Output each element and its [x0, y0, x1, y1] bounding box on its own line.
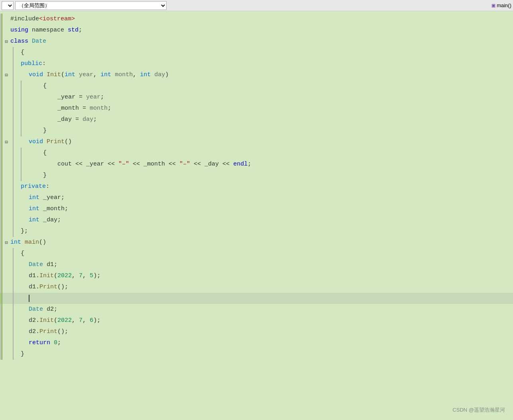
indent-guide: [13, 203, 21, 215]
fold-gutter[interactable]: [2, 170, 10, 181]
code-line: d2.Print();: [0, 326, 513, 337]
indent-guide2: [21, 148, 29, 159]
fold-gutter[interactable]: [2, 114, 10, 125]
code-line: int _day;: [0, 215, 513, 226]
fold-gutter[interactable]: [2, 25, 10, 36]
line-content: d1.Print();: [29, 282, 513, 293]
line-content: void Print(): [29, 136, 513, 148]
code-line: }: [0, 170, 513, 181]
indent-guide: [13, 136, 21, 148]
indent-guide: [13, 215, 21, 226]
indent-space: [21, 282, 29, 293]
indent-guide: [13, 192, 21, 203]
fold-gutter[interactable]: [2, 125, 10, 136]
indent-guide2: [21, 114, 29, 125]
code-line: {: [0, 47, 513, 58]
line-content: d2.Print();: [29, 326, 513, 337]
fold-gutter-collapse[interactable]: ⊟: [2, 237, 10, 248]
code-line: int _month;: [0, 203, 513, 215]
fold-gutter[interactable]: [2, 103, 10, 114]
fold-gutter[interactable]: [2, 148, 10, 159]
indent-guide: [13, 337, 21, 349]
scope-area: （全局范围）: [15, 1, 490, 10]
code-line: ⊟ void Init(int year, int month, int day…: [0, 69, 513, 81]
indent-space: [21, 203, 29, 215]
indent-guide: [13, 81, 21, 92]
cursor-caret: [29, 295, 29, 302]
fold-gutter-collapse[interactable]: ⊟: [2, 36, 10, 47]
fold-gutter[interactable]: [2, 81, 10, 92]
indent-space: [21, 215, 29, 226]
scope-dropdown-left[interactable]: [2, 1, 14, 10]
line-content: }: [21, 349, 513, 360]
indent-guide2: [21, 81, 29, 92]
fold-gutter[interactable]: [2, 293, 10, 304]
indent-guide2: [21, 159, 29, 170]
indent-guide: [13, 304, 21, 315]
indent-guide: [13, 58, 21, 69]
indent-guide2: [21, 103, 29, 114]
line-content: public:: [21, 58, 513, 69]
code-line: d2.Init(2022, 7, 6);: [0, 315, 513, 326]
fold-gutter[interactable]: [2, 315, 10, 326]
code-line: #include<iostream>: [0, 14, 513, 25]
fold-gutter[interactable]: [2, 248, 10, 259]
indent-guide2: [21, 125, 29, 136]
scope-dropdown-center[interactable]: （全局范围）: [15, 1, 167, 10]
fold-gutter[interactable]: [2, 226, 10, 237]
fold-gutter[interactable]: [2, 282, 10, 293]
line-content: int main(): [10, 237, 513, 248]
indent-space: [21, 270, 29, 282]
fold-gutter-collapse[interactable]: ⊟: [2, 136, 10, 148]
line-content: class Date: [10, 36, 513, 47]
code-line: private:: [0, 181, 513, 192]
fold-gutter-collapse[interactable]: ⊟: [2, 69, 10, 81]
line-content: d2.Init(2022, 7, 6);: [29, 315, 513, 326]
indent-guide: [13, 125, 21, 136]
fold-gutter[interactable]: [2, 215, 10, 226]
indent-space: [21, 304, 29, 315]
fold-gutter[interactable]: [2, 159, 10, 170]
indent-guide2: [21, 92, 29, 103]
indent-guide: [13, 170, 21, 181]
code-line: }: [0, 349, 513, 360]
code-line: {: [0, 248, 513, 259]
fold-gutter[interactable]: [2, 47, 10, 58]
fold-gutter[interactable]: [2, 92, 10, 103]
code-line: Date d2;: [0, 304, 513, 315]
line-content: cout << _year << "–" << _month << "–" <<…: [29, 159, 513, 170]
code-line: Date d1;: [0, 259, 513, 270]
fold-gutter[interactable]: [2, 14, 10, 25]
code-line: {: [0, 148, 513, 159]
line-content: int _month;: [29, 203, 513, 215]
indent-space: [21, 192, 29, 203]
fold-gutter[interactable]: [2, 58, 10, 69]
line-content: _day = day;: [29, 114, 513, 125]
indent-guide: [13, 270, 21, 282]
fold-gutter[interactable]: [2, 181, 10, 192]
fold-gutter[interactable]: [2, 349, 10, 360]
indent-space: [21, 293, 29, 304]
indent-space: [21, 136, 29, 148]
code-line: ⊟ void Print(): [0, 136, 513, 148]
code-line: d1.Init(2022, 7, 5);: [0, 270, 513, 282]
indent-guide: [13, 148, 21, 159]
code-line: {: [0, 81, 513, 92]
fold-gutter[interactable]: [2, 270, 10, 282]
fold-gutter[interactable]: [2, 337, 10, 349]
line-content: return 0;: [29, 337, 513, 349]
csdn-watermark: CSDN @遥望浩瀚星河: [452, 406, 505, 414]
fold-gutter[interactable]: [2, 203, 10, 215]
line-content: int _day;: [29, 215, 513, 226]
indent-guide: [13, 103, 21, 114]
top-bar: （全局范围） ▣ main(): [0, 0, 513, 11]
fold-gutter[interactable]: [2, 304, 10, 315]
indent-guide: [13, 282, 21, 293]
fold-gutter[interactable]: [2, 326, 10, 337]
line-content: Date d1;: [29, 259, 513, 270]
line-content: {: [21, 248, 513, 259]
code-line: public:: [0, 58, 513, 69]
indent-space: [21, 259, 29, 270]
fold-gutter[interactable]: [2, 192, 10, 203]
fold-gutter[interactable]: [2, 259, 10, 270]
